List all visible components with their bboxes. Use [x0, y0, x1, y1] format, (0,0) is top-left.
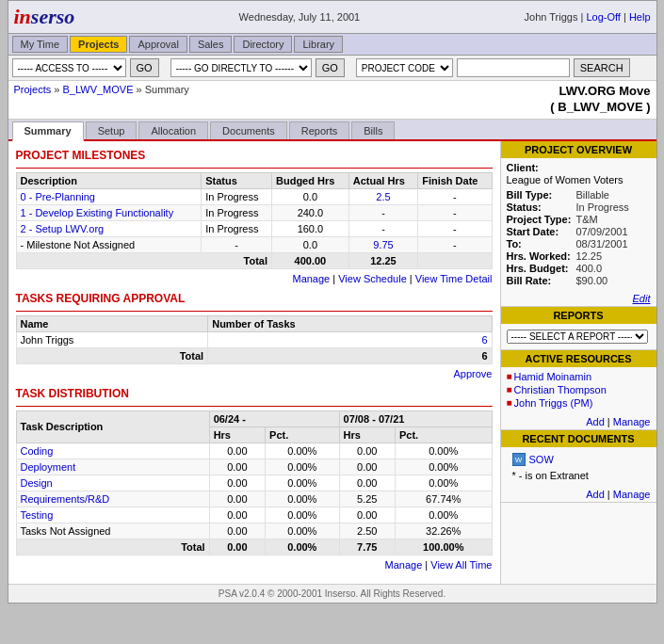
header-user: John Triggs | Log-Off | Help	[525, 11, 651, 23]
table-row: 2 - Setup LWV.org In Progress 160.0 - -	[16, 220, 492, 236]
task-coding-link[interactable]: Coding	[21, 445, 54, 457]
col-pct1: Pct.	[266, 427, 340, 443]
col-actual-hrs: Actual Hrs	[348, 172, 417, 188]
milestone-link[interactable]: 1 - Develop Existing Functionality	[21, 207, 174, 218]
edit-row: Edit	[501, 291, 656, 306]
manage-milestones-link[interactable]: Manage	[292, 273, 330, 284]
status-value: In Progress	[576, 201, 629, 213]
table-row: Deployment 0.00 0.00% 0.00 0.00%	[16, 459, 492, 475]
report-select[interactable]: ----- SELECT A REPORT -----	[507, 330, 648, 344]
col-task-desc: Task Description	[16, 411, 209, 443]
col-period2: 07/08 - 07/21	[339, 411, 492, 427]
project-code-input[interactable]	[457, 58, 570, 77]
project-code-select[interactable]: PROJECT CODE	[356, 58, 453, 77]
left-panel: PROJECT MILESTONES Description Status Bu…	[8, 141, 501, 584]
table-row: Coding 0.00 0.00% 0.00 0.00%	[16, 443, 492, 459]
nav-tab-sales[interactable]: Sales	[189, 36, 233, 53]
actual-hrs-link[interactable]: 9.75	[373, 239, 393, 250]
table-row: Requirements/R&D 0.00 0.00% 5.25 67.74%	[16, 491, 492, 507]
actual-hrs-link[interactable]: 2.5	[376, 191, 390, 202]
milestones-actions: Manage | View Schedule | View Time Detai…	[16, 273, 493, 284]
logo: inserso	[14, 5, 75, 29]
milestones-title: PROJECT MILESTONES	[16, 149, 493, 162]
tab-bills[interactable]: Bills	[351, 121, 395, 139]
tab-summary[interactable]: Summary	[12, 121, 84, 141]
doc-sow-link[interactable]: SOW	[529, 454, 554, 465]
add-resource-link[interactable]: Add	[586, 416, 605, 427]
task-deployment-link[interactable]: Deployment	[21, 461, 76, 473]
project-title: LWV.ORG Move ( B_LWV_MOVE )	[550, 84, 650, 116]
tab-allocation[interactable]: Allocation	[138, 121, 208, 139]
table-row: John Triggs 6	[16, 331, 492, 347]
edit-link[interactable]: Edit	[633, 293, 651, 304]
client-name: League of Women Voters	[507, 174, 651, 185]
manage-resources-link[interactable]: Manage	[613, 416, 651, 427]
milestone-link[interactable]: 2 - Setup LWV.org	[21, 223, 105, 234]
hrs-worked-row: Hrs. Worked: 12.25	[507, 250, 651, 262]
tab-documents[interactable]: Documents	[210, 121, 287, 139]
tab-setup[interactable]: Setup	[86, 121, 138, 139]
resource-johntriggs-link[interactable]: John Triggs (PM)	[514, 397, 593, 409]
access-to-select[interactable]: ----- ACCESS TO -----	[12, 58, 126, 77]
bullet-icon: ■	[507, 371, 512, 381]
view-schedule-link[interactable]: View Schedule	[338, 273, 407, 284]
table-row: - Milestone Not Assigned - 0.0 9.75 -	[16, 236, 492, 252]
go2-button[interactable]: GO	[316, 58, 345, 77]
col-description: Description	[16, 172, 202, 188]
goto-select[interactable]: ----- GO DIRECTLY TO ------	[170, 58, 312, 77]
search-button[interactable]: SEARCH	[574, 58, 630, 77]
nav-tab-projects[interactable]: Projects	[70, 36, 127, 53]
task-rnd-link[interactable]: Requirements/R&D	[21, 493, 110, 505]
bill-rate-value: $90.00	[576, 275, 608, 286]
billtype-label: Bill Type:	[507, 189, 573, 201]
approve-link[interactable]: Approve	[454, 368, 493, 379]
recent-docs-header: RECENT DOCUMENTS	[501, 430, 656, 447]
manage-tasks-link[interactable]: Manage	[385, 559, 423, 571]
status-label: Status:	[507, 201, 573, 213]
project-code: ( B_LWV_MOVE )	[550, 100, 650, 116]
doc-row: W SOW	[507, 451, 651, 468]
table-row: Design 0.00 0.00% 0.00 0.00%	[16, 475, 492, 491]
breadcrumb-sep1: »	[54, 84, 62, 95]
tasks-actions: Approve	[16, 368, 493, 379]
view-all-time-link[interactable]: View All Time	[430, 559, 492, 571]
breadcrumb-row: Projects » B_LWV_MOVE » Summary LWV.ORG …	[8, 81, 656, 120]
startdate-value: 07/09/2001	[576, 226, 628, 237]
breadcrumb-move[interactable]: B_LWV_MOVE	[63, 84, 134, 95]
task-testing-link[interactable]: Testing	[21, 509, 54, 521]
tab-reports[interactable]: Reports	[289, 121, 350, 139]
breadcrumb-projects[interactable]: Projects	[14, 84, 52, 95]
milestone-link[interactable]: 0 - Pre-Planning	[21, 191, 96, 202]
reports-content: ----- SELECT A REPORT -----	[501, 324, 656, 349]
resource-christian-link[interactable]: Christian Thompson	[514, 384, 607, 395]
table-row: Testing 0.00 0.00% 0.00 0.00%	[16, 507, 492, 523]
resource-christian: ■ Christian Thompson	[507, 384, 651, 395]
tasks-approval-title: TASKS REQUIRING APPROVAL	[16, 292, 493, 305]
tasks-total-row: Total 6	[16, 347, 492, 363]
help-link[interactable]: Help	[629, 11, 651, 23]
projtype-row: Project Type: T&M	[507, 214, 651, 225]
nav-tab-library[interactable]: Library	[294, 36, 343, 53]
task-design-link[interactable]: Design	[21, 477, 53, 489]
nav-tab-mytime[interactable]: My Time	[12, 36, 69, 53]
task-count-link[interactable]: 6	[481, 334, 487, 346]
view-time-detail-link[interactable]: View Time Detail	[415, 273, 493, 284]
username: John Triggs	[525, 11, 578, 23]
logoff-link[interactable]: Log-Off	[586, 11, 621, 23]
client-label: Client:	[507, 162, 651, 173]
recent-docs-section: RECENT DOCUMENTS W SOW * - is on Extrane…	[501, 430, 656, 503]
add-doc-link[interactable]: Add	[586, 489, 605, 500]
nav-tab-directory[interactable]: Directory	[234, 36, 292, 53]
to-label: To:	[507, 238, 573, 250]
table-row: 0 - Pre-Planning In Progress 0.0 2.5 -	[16, 188, 492, 204]
manage-docs-link[interactable]: Manage	[613, 489, 651, 500]
hrs-budget-value: 400.0	[576, 263, 603, 274]
nav-tab-approval[interactable]: Approval	[129, 36, 186, 53]
col-num-tasks: Number of Tasks	[208, 315, 492, 331]
resource-hamid-link[interactable]: Hamid Moinamin	[514, 371, 592, 382]
breadcrumb-sep2: »	[137, 84, 145, 95]
col-hrs1: Hrs	[209, 427, 265, 443]
go1-button[interactable]: GO	[130, 58, 159, 77]
bullet-icon: ■	[507, 397, 512, 408]
resource-hamid: ■ Hamid Moinamin	[507, 371, 651, 382]
